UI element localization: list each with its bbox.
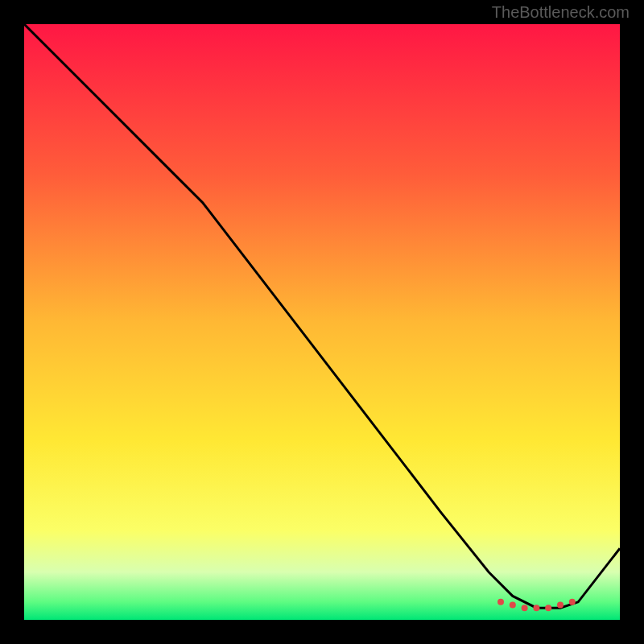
marker-dot	[557, 602, 564, 609]
marker-dot	[510, 602, 516, 609]
marker-dot	[569, 599, 576, 605]
marker-dot	[497, 599, 504, 605]
chart-svg	[24, 24, 620, 620]
marker-dot	[522, 605, 528, 611]
watermark-text: TheBottleneck.com	[492, 3, 630, 22]
marker-dot	[533, 605, 539, 611]
chart-plot-area	[24, 24, 620, 620]
marker-dot	[545, 605, 551, 611]
